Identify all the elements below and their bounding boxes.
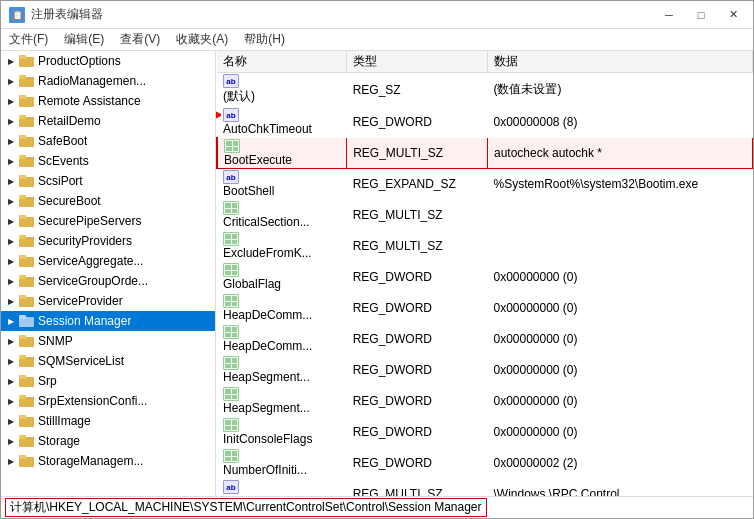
expand-arrow-icon: ▶ bbox=[5, 355, 17, 367]
folder-icon bbox=[19, 434, 35, 448]
tree-item-label: SecurePipeServers bbox=[38, 214, 141, 228]
menu-item-e[interactable]: 编辑(E) bbox=[56, 29, 112, 50]
cell-type: REG_DWORD bbox=[347, 107, 488, 138]
cell-name: HeapDeComm... bbox=[217, 293, 347, 324]
tree-item-17[interactable]: ▶ SrpExtensionConfi... bbox=[1, 391, 215, 411]
tree-item-20[interactable]: ▶ StorageManagem... bbox=[1, 451, 215, 471]
close-button[interactable]: ✕ bbox=[717, 1, 749, 29]
reg-ab-icon: ab bbox=[223, 480, 239, 494]
expand-arrow-icon: ▶ bbox=[5, 235, 17, 247]
folder-icon bbox=[19, 454, 35, 468]
tree-item-4[interactable]: ▶ SafeBoot bbox=[1, 131, 215, 151]
tree-item-label: ServiceGroupOrde... bbox=[38, 274, 148, 288]
table-row[interactable]: ExcludeFromK...REG_MULTI_SZ bbox=[217, 231, 753, 262]
tree-item-15[interactable]: ▶ SQMServiceList bbox=[1, 351, 215, 371]
window-controls: ─ □ ✕ bbox=[653, 1, 749, 29]
tree-item-14[interactable]: ▶ SNMP bbox=[1, 331, 215, 351]
tree-item-10[interactable]: ▶ ServiceAggregate... bbox=[1, 251, 215, 271]
tree-item-2[interactable]: ▶ Remote Assistance bbox=[1, 91, 215, 111]
table-row[interactable]: ab ObjectDirector...REG_MULTI_SZ\Windows… bbox=[217, 479, 753, 497]
cell-data: 0x00000000 (0) bbox=[487, 386, 752, 417]
table-row[interactable]: HeapSegment...REG_DWORD0x00000000 (0) bbox=[217, 386, 753, 417]
table-row[interactable]: HeapDeComm...REG_DWORD0x00000000 (0) bbox=[217, 324, 753, 355]
cell-name: HeapSegment... bbox=[217, 355, 347, 386]
svg-rect-23 bbox=[19, 275, 26, 279]
cell-data: 0x00000000 (0) bbox=[487, 324, 752, 355]
cell-name: NumberOfIniti... bbox=[217, 448, 347, 479]
folder-icon bbox=[19, 194, 35, 208]
menu-item-a[interactable]: 收藏夹(A) bbox=[168, 29, 236, 50]
tree-item-19[interactable]: ▶ Storage bbox=[1, 431, 215, 451]
table-row[interactable]: GlobalFlagREG_DWORD0x00000000 (0) bbox=[217, 262, 753, 293]
tree-item-9[interactable]: ▶ SecurityProviders bbox=[1, 231, 215, 251]
folder-icon bbox=[19, 174, 35, 188]
menu-item-v[interactable]: 查看(V) bbox=[112, 29, 168, 50]
cell-data: 0x00000000 (0) bbox=[487, 417, 752, 448]
tree-item-13[interactable]: ▶ Session Manager bbox=[1, 311, 215, 331]
tree-item-3[interactable]: ▶ RetailDemo bbox=[1, 111, 215, 131]
expand-arrow-icon: ▶ bbox=[5, 135, 17, 147]
tree-item-label: StorageManagem... bbox=[38, 454, 143, 468]
svg-rect-1 bbox=[19, 55, 26, 59]
table-row[interactable]: InitConsoleFlagsREG_DWORD0x00000000 (0) bbox=[217, 417, 753, 448]
tree-item-8[interactable]: ▶ SecurePipeServers bbox=[1, 211, 215, 231]
expand-arrow-icon: ▶ bbox=[5, 155, 17, 167]
expand-arrow-icon: ▶ bbox=[5, 415, 17, 427]
tree-item-6[interactable]: ▶ ScsiPort bbox=[1, 171, 215, 191]
cell-data bbox=[487, 231, 752, 262]
tree-item-label: Remote Assistance bbox=[38, 94, 141, 108]
folder-icon bbox=[19, 314, 35, 328]
minimize-button[interactable]: ─ bbox=[653, 1, 685, 29]
table-row[interactable]: ab (默认)REG_SZ(数值未设置) bbox=[217, 73, 753, 107]
tree-item-label: StillImage bbox=[38, 414, 91, 428]
table-row[interactable]: ab BootShellREG_EXPAND_SZ%SystemRoot%\sy… bbox=[217, 169, 753, 200]
tree-item-12[interactable]: ▶ ServiceProvider bbox=[1, 291, 215, 311]
cell-name: ExcludeFromK... bbox=[217, 231, 347, 262]
svg-rect-31 bbox=[19, 355, 26, 359]
reg-grid-icon bbox=[223, 263, 239, 277]
tree-item-11[interactable]: ▶ ServiceGroupOrde... bbox=[1, 271, 215, 291]
menu-item-f[interactable]: 文件(F) bbox=[1, 29, 56, 50]
registry-tree[interactable]: ▶ ProductOptions▶ RadioManagemen...▶ Rem… bbox=[1, 51, 216, 496]
svg-rect-33 bbox=[19, 375, 26, 379]
title-bar: 📋 注册表编辑器 ─ □ ✕ bbox=[1, 1, 753, 29]
table-row[interactable]: HeapSegment...REG_DWORD0x00000000 (0) bbox=[217, 355, 753, 386]
tree-item-5[interactable]: ▶ ScEvents bbox=[1, 151, 215, 171]
tree-item-7[interactable]: ▶ SecureBoot bbox=[1, 191, 215, 211]
tree-item-label: ProductOptions bbox=[38, 54, 121, 68]
table-row[interactable]: HeapDeComm...REG_DWORD0x00000000 (0) bbox=[217, 293, 753, 324]
reg-ab-icon: ab bbox=[223, 170, 239, 184]
cell-type: REG_EXPAND_SZ bbox=[347, 169, 488, 200]
cell-data: 0x00000008 (8) bbox=[487, 107, 752, 138]
cell-name: HeapDeComm... bbox=[217, 324, 347, 355]
expand-arrow-icon: ▶ bbox=[5, 75, 17, 87]
tree-item-label: SafeBoot bbox=[38, 134, 87, 148]
cell-data: autocheck autochk * bbox=[487, 138, 752, 169]
maximize-button[interactable]: □ bbox=[685, 1, 717, 29]
folder-icon bbox=[19, 154, 35, 168]
tree-item-0[interactable]: ▶ ProductOptions bbox=[1, 51, 215, 71]
expand-arrow-icon: ▶ bbox=[5, 455, 17, 467]
tree-item-18[interactable]: ▶ StillImage bbox=[1, 411, 215, 431]
expand-arrow-icon: ▶ bbox=[5, 375, 17, 387]
table-row[interactable]: BootExecuteREG_MULTI_SZautocheck autochk… bbox=[217, 138, 753, 169]
values-table: 名称 类型 数据 ab (默认)REG_SZ(数值未设置)ab AutoChkT… bbox=[216, 51, 753, 496]
table-row[interactable]: CriticalSection...REG_MULTI_SZ bbox=[217, 200, 753, 231]
tree-item-1[interactable]: ▶ RadioManagemen... bbox=[1, 71, 215, 91]
menu-item-h[interactable]: 帮助(H) bbox=[236, 29, 293, 50]
folder-icon bbox=[19, 354, 35, 368]
tree-item-label: ServiceAggregate... bbox=[38, 254, 143, 268]
folder-icon bbox=[19, 414, 35, 428]
folder-icon bbox=[19, 134, 35, 148]
registry-editor-window: 📋 注册表编辑器 ─ □ ✕ 文件(F)编辑(E)查看(V)收藏夹(A)帮助(H… bbox=[0, 0, 754, 519]
cell-type: REG_DWORD bbox=[347, 262, 488, 293]
expand-arrow-icon: ▶ bbox=[5, 275, 17, 287]
registry-values[interactable]: 名称 类型 数据 ab (默认)REG_SZ(数值未设置)ab AutoChkT… bbox=[216, 51, 753, 496]
table-row[interactable]: NumberOfIniti...REG_DWORD0x00000002 (2) bbox=[217, 448, 753, 479]
tree-item-16[interactable]: ▶ Srp bbox=[1, 371, 215, 391]
cell-type: REG_MULTI_SZ bbox=[347, 200, 488, 231]
expand-arrow-icon: ▶ bbox=[5, 295, 17, 307]
tree-item-label: RetailDemo bbox=[38, 114, 101, 128]
expand-arrow-icon: ▶ bbox=[5, 435, 17, 447]
table-row[interactable]: ab AutoChkTimeoutREG_DWORD0x00000008 (8) bbox=[217, 107, 753, 138]
